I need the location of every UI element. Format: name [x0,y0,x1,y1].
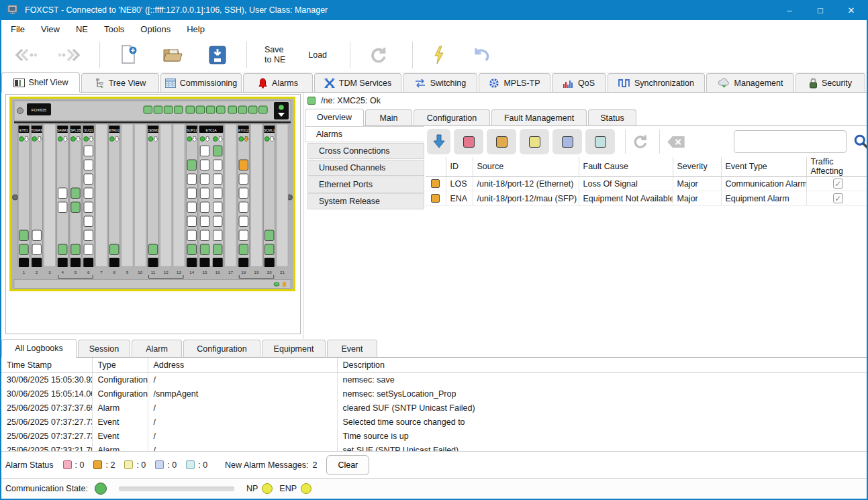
subnav-unused-channels[interactable]: Unused Channels [307,160,424,176]
refresh-button[interactable] [369,46,388,64]
menu-file[interactable]: File [3,20,33,38]
severity-color-swatch [529,136,540,148]
log-row[interactable]: 30/06/2025 15:05:30.922Configuration/nem… [1,372,867,387]
severity-filter-button-2[interactable] [520,129,549,154]
tab-label: Fault Management [504,113,574,123]
shelf-card-slot-5[interactable]: SPL1B [70,124,81,267]
new-configuration-button[interactable] [120,45,138,65]
log-row[interactable]: 30/06/2025 15:05:14.060Configuration/snm… [1,387,867,401]
alarm-refresh-button[interactable] [632,134,648,150]
ne-tab-main[interactable]: Main [365,109,412,126]
apply-flash-button[interactable] [433,46,445,64]
shelf-card-slot-15[interactable]: ETC1A [199,124,224,267]
navigate-back-button[interactable] [13,47,39,63]
logbook-tab-all-logbooks[interactable]: All Logbooks [1,339,77,358]
ne-status-text: /ne: XMC25: Ok [321,96,381,105]
menu-tools[interactable]: Tools [96,20,132,38]
menu-ne[interactable]: NE [68,20,96,38]
logbook-tab-alarm[interactable]: Alarm [132,340,182,358]
logbook-tab-bar: All LogbooksSessionAlarmConfigurationEqu… [1,339,867,358]
tab-tree-view[interactable]: Tree View [81,73,159,93]
svg-text:18: 18 [241,270,246,274]
shelf-card-slot-14[interactable]: SUP12 [186,124,197,267]
save-configuration-button[interactable] [209,46,226,64]
tab-security[interactable]: Security [795,73,865,93]
alarm-row[interactable]: LOS/unit-18/port-12 (Ethernet)Loss Of Si… [426,177,868,191]
panel-splitter[interactable] [303,93,303,339]
subnav-alarms[interactable]: Alarms [305,126,424,142]
ne-tab-overview[interactable]: Overview [305,109,364,126]
menu-options[interactable]: Options [132,20,179,38]
undo-button[interactable] [472,47,489,63]
tab-alarms[interactable]: Alarms [243,73,313,93]
clear-search-button[interactable] [667,136,685,148]
logbook-tab-event[interactable]: Event [327,340,377,358]
scroll-to-alarm-button[interactable] [427,129,450,154]
menu-view[interactable]: View [33,20,68,38]
tab-synchronization[interactable]: Synchronization [608,73,705,93]
alarm-row[interactable]: ENA/unit-18/port-12/mau (SFP)Equipment N… [426,191,868,206]
tab-label: Event [342,344,363,354]
close-button[interactable]: ✕ [836,0,867,20]
shelf-card-slot-1[interactable]: ETH1 [18,124,30,267]
alarm-column-header: Fault Cause [579,157,673,177]
tab-label: Synchronization [634,79,694,88]
svg-text:FOX615: FOX615 [32,108,47,112]
new-alarm-messages-label: New Alarm Messages: [225,460,308,470]
tab-shelf-view[interactable]: Shelf View [1,72,80,93]
maximize-button[interactable]: □ [805,0,836,20]
open-configuration-button[interactable] [163,47,183,63]
logbook-tab-configuration[interactable]: Configuration [183,340,260,358]
ne-tab-status[interactable]: Status [588,109,636,126]
search-icon[interactable] [853,134,868,150]
severity-filter-button-3[interactable] [552,129,582,154]
shelf-card-slot-11[interactable]: CESM1 [147,124,158,267]
ne-tab-configuration[interactable]: Configuration [414,109,490,126]
navigate-forward-button[interactable] [56,47,82,63]
subnav-system-release[interactable]: System Release [307,193,424,209]
severity-color-swatch [496,136,508,148]
load-button[interactable]: Load [308,50,327,60]
log-cell: Configuration [92,372,148,387]
subnav-cross-connections[interactable]: Cross Connections [307,143,424,159]
logbook-tab-equipment[interactable]: Equipment [262,340,326,358]
shelf-card-slot-6[interactable]: SUQ1 [83,124,94,267]
log-row[interactable]: 25/06/2025 07:33:21.788Alarm/set SUF (SN… [1,443,867,451]
management-cloud-icon [718,78,730,88]
severity-filter-button-0[interactable] [454,129,483,154]
tab-label: Main [379,113,397,123]
clear-alarms-button[interactable]: Clear [326,455,369,475]
traffic-affecting-checkbox[interactable]: ✓ [833,193,843,203]
log-row[interactable]: 25/06/2025 07:37:37.697Alarm/cleared SUF… [1,401,867,415]
subnav-ethernet-ports[interactable]: Ethernet Ports [307,177,424,193]
tab-commissioning[interactable]: Commissioning [160,73,242,93]
tab-tdm-services[interactable]: TDM Services [314,73,401,93]
shelf-card-slot-20[interactable]: SCML1 [264,124,275,267]
tab-mpls-tp[interactable]: MPLS-TP [479,73,550,93]
shelf-card-slot-4[interactable]: SAMA1 [57,124,68,267]
traffic-affecting-checkbox[interactable]: ✓ [833,179,843,189]
severity-color-swatch [463,136,475,148]
save-to-ne-label-line2: to NE [264,55,285,65]
shelf-card-slot-8[interactable]: ETAG1 [109,124,120,267]
log-row[interactable]: 25/06/2025 07:37:27.731Event/Time source… [1,429,867,443]
save-to-ne-button[interactable]: Save to NE [264,45,285,65]
svg-text:17: 17 [228,270,233,274]
tab-qos[interactable]: QoS [552,73,606,93]
logbook-tab-session[interactable]: Session [78,340,130,358]
shelf-card-slot-2[interactable]: TDM4X [31,124,43,267]
severity-color-swatch [562,136,573,148]
log-row[interactable]: 25/06/2025 07:37:27.731Event/Selected ti… [1,415,867,429]
shelf-card-slot-18[interactable]: ETO12 [238,124,249,267]
log-cell: / [148,443,337,451]
menu-help[interactable]: Help [179,20,213,38]
overview-subnav: AlarmsCross ConnectionsUnused ChannelsEt… [305,126,424,210]
svg-text:15: 15 [203,270,207,274]
severity-filter-button-1[interactable] [487,129,516,154]
ne-tab-fault-management[interactable]: Fault Management [491,109,587,126]
alarm-search-input[interactable] [734,130,847,153]
minimize-button[interactable]: – [774,0,805,20]
tab-management[interactable]: Management [706,73,794,93]
tab-switching[interactable]: Switching [403,73,477,93]
severity-filter-button-4[interactable] [585,129,615,154]
